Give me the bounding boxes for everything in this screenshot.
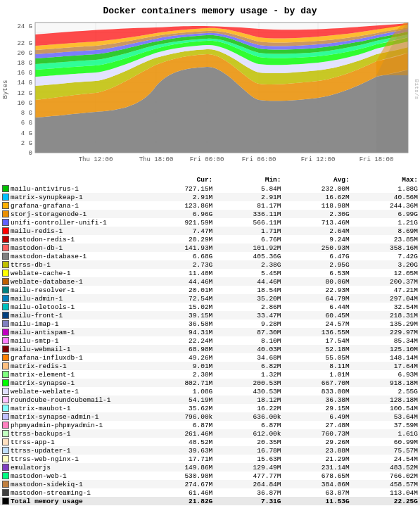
legend-name: matrix-synapse-admin-1 [0,412,146,421]
legend-row: mailu-webmail-1 68.98M 40.03M 52.18M 125… [0,345,420,353]
legend-row: grafana-grafana-1 123.86M 81.17M 118.98M… [0,201,420,210]
legend-name: emulatorjs [0,463,146,472]
legend-max: 60.99M [352,438,420,446]
legend-row: mailu-antispam-1 94.31M 87.30M 136.55M 2… [0,328,420,336]
legend-min: 636.00k [215,412,283,421]
legend-max: 22.25G [352,497,420,505]
header-cur: Cur: [146,175,215,184]
legend-name: mailu-oletools-1 [0,303,146,311]
legend-cur: 123.86M [146,201,215,210]
legend-name: weblate-cache-1 [0,269,146,277]
svg-text:12 G: 12 G [17,90,32,97]
legend-avg: 64.79M [284,294,352,303]
legend-max: 229.97M [352,328,420,336]
legend-name: mailu-smtp-1 [0,336,146,345]
legend-avg: 2.64M [284,227,352,235]
legend-row: mailu-resolver-1 20.01M 18.54M 22.93M 47… [0,286,420,294]
legend-avg: 55.05M [284,353,352,362]
legend-color-box [2,329,9,336]
legend-max: 458.57M [352,480,420,488]
legend-avg: 231.14M [284,463,352,472]
legend-row: Total memory usage 21.82G 7.31G 11.53G 2… [0,497,420,505]
legend-avg: 118.98M [284,201,352,210]
legend-header: Cur: Min: Avg: Max: [0,175,420,184]
legend-min: 87.30M [215,328,283,336]
legend-color-box [2,278,9,285]
legend-min: 6.82M [215,362,283,370]
legend-min: 2.86M [215,303,283,311]
legend-max: 17.64M [352,362,420,370]
legend-min: 430.53M [215,387,283,396]
legend-max: 32.54M [352,303,420,311]
legend-max: 37.59M [352,421,420,429]
legend-cur: 7.47M [146,227,215,235]
legend-max: 1.21G [352,218,420,227]
svg-text:6 G: 6 G [21,120,32,127]
legend-max: 358.16M [352,243,420,252]
legend-name: roundcube-roundcubemail-1 [0,396,146,404]
legend-name: mailu-webmail-1 [0,345,146,353]
legend-avg: 29.15M [284,404,352,412]
legend-color-box [2,489,9,496]
legend-color-box [2,438,9,445]
legend-row: mastodon-sidekiq-1 274.67M 264.84M 384.0… [0,480,420,488]
legend-max: 8.69M [352,227,420,235]
legend-row: mailu-antivirus-1 727.15M 5.84M 232.00M … [0,184,420,193]
legend-name: ttrss-db-1 [0,260,146,269]
legend-min: 405.36G [215,252,283,260]
legend-row: grafana-influxdb-1 49.26M 34.68M 55.05M … [0,353,420,362]
legend-row: matrix-synapse-admin-1 796.00k 636.00k 6… [0,412,420,421]
legend-name: weblate-database-1 [0,277,146,286]
legend-name: mailu-admin-1 [0,294,146,303]
legend-cur: 20.01M [146,286,215,294]
header-avg: Avg: [284,175,352,184]
svg-text:16 G: 16 G [17,70,32,77]
legend-row: mastodon-database-1 6.68G 405.36G 6.47G … [0,252,420,260]
legend-cur: 61.46M [146,488,215,497]
legend-max: 7.42G [352,252,420,260]
legend-avg: 2.95G [284,260,352,269]
legend-min: 34.68M [215,353,283,362]
legend-avg: 16.62M [284,193,352,201]
legend-avg: 2.30G [284,210,352,218]
legend-color-box [2,194,9,201]
legend-color-box [2,261,9,268]
legend-color-box [2,210,9,217]
legend-min: 477.77M [215,472,283,480]
legend-name: grafana-influxdb-1 [0,353,146,362]
legend-avg: 6.44M [284,303,352,311]
legend-cur: 6.68G [146,252,215,260]
legend-avg: 52.18M [284,345,352,353]
legend-cur: 2.73G [146,260,215,269]
legend-min: 44.46M [215,277,283,286]
legend-cur: 274.67M [146,480,215,488]
legend-max: 23.85M [352,235,420,243]
legend-avg: 23.88M [284,446,352,455]
legend-name: mastodon-web-1 [0,472,146,480]
legend-name: grafana-grafana-1 [0,201,146,210]
legend-color-box [2,430,9,437]
legend-name: ttrss-backups-1 [0,429,146,438]
legend-cur: 94.31M [146,328,215,336]
legend-min: 7.31G [215,497,283,505]
legend-name: Total memory usage [0,497,146,505]
legend-min: 81.17M [215,201,283,210]
legend-row: ttrss-web-nginx-1 17.71M 15.63M 21.29M 2… [0,455,420,463]
legend-min: 566.11M [215,218,283,227]
legend-avg: 17.54M [284,336,352,345]
legend-color-box [2,413,9,420]
legend-avg: 36.38M [284,396,352,404]
legend-name: mailu-antispam-1 [0,328,146,336]
legend-max: 40.56M [352,193,420,201]
legend-cur: 15.02M [146,303,215,311]
legend-avg: 1.01M [284,370,352,379]
svg-text:22 G: 22 G [17,40,32,47]
legend-avg: 760.73M [284,429,352,438]
legend-name: matrix-synapse-1 [0,379,146,387]
legend-color-box [2,244,9,251]
legend-name: mastodon-streaming-1 [0,488,146,497]
legend-cur: 2.30M [146,370,215,379]
legend-min: 33.47M [215,311,283,320]
legend-color-box [2,481,9,488]
chart-container: Docker containers memory usage - by day [0,0,420,506]
